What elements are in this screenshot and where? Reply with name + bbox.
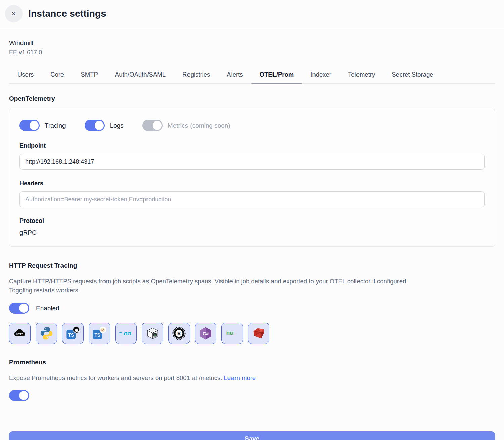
svg-text:GO: GO <box>124 331 131 336</box>
endpoint-field-group: Endpoint <box>19 142 485 170</box>
settings-content: Windmill EE v1.617.0 Users Core SMTP Aut… <box>0 39 504 440</box>
description-line-1: Capture HTTP/HTTPS requests from job scr… <box>9 277 495 286</box>
tracing-toggle[interactable] <box>19 120 40 131</box>
protocol-group: Protocol gRPC <box>19 217 485 236</box>
lang-nushell-button[interactable]: nu > <box>221 323 243 344</box>
tracing-toggle-label: Tracing <box>45 122 66 129</box>
tab-auth-oauth-saml[interactable]: Auth/OAuth/SAML <box>107 71 174 83</box>
svg-text:HTTP: HTTP <box>16 333 23 336</box>
app-name: Windmill <box>9 39 495 47</box>
logs-toggle-group: Logs <box>85 120 124 131</box>
protocol-label: Protocol <box>19 217 485 225</box>
lang-bash-button[interactable]: $ <box>142 323 163 344</box>
lang-ruby-button[interactable] <box>248 323 269 344</box>
lang-rust-button[interactable]: R <box>168 323 190 344</box>
nushell-icon: nu > <box>225 326 239 340</box>
metrics-toggle <box>142 120 163 131</box>
prometheus-toggle[interactable] <box>9 390 29 401</box>
toggle-knob <box>19 304 28 313</box>
headers-label: Headers <box>19 180 485 187</box>
prometheus-description: Expose Prometheus metrics for workers an… <box>9 373 495 382</box>
svg-text:>: > <box>234 330 237 337</box>
metrics-toggle-group: Metrics (coming soon) <box>142 120 230 131</box>
toggle-knob <box>30 121 39 130</box>
http-tracing-enabled-label: Enabled <box>36 305 59 312</box>
settings-tabs: Users Core SMTP Auth/OAuth/SAML Registri… <box>9 71 495 84</box>
lang-python-button[interactable] <box>36 323 57 344</box>
app-version: EE v1.617.0 <box>9 49 495 56</box>
lang-go-button[interactable]: GO <box>115 323 137 344</box>
prometheus-description-text: Expose Prometheus metrics for workers an… <box>9 374 222 381</box>
opentelemetry-heading: OpenTelemetry <box>9 95 495 102</box>
learn-more-link[interactable]: Learn more <box>224 374 256 381</box>
tab-telemetry[interactable]: Telemetry <box>340 71 383 83</box>
protocol-value: gRPC <box>19 229 485 236</box>
csharp-icon: C# <box>199 326 213 340</box>
modal-header: × Instance settings <box>0 0 504 28</box>
app-info: Windmill EE v1.617.0 <box>9 39 495 56</box>
bun-typescript-icon: TS <box>92 326 107 340</box>
tab-smtp[interactable]: SMTP <box>72 71 106 83</box>
http-icon: HTTP <box>13 326 27 340</box>
tab-registries[interactable]: Registries <box>174 71 218 83</box>
lang-csharp-button[interactable]: C# <box>195 323 216 344</box>
go-icon: GO <box>119 326 133 340</box>
language-icon-row: HTTP TS <box>9 323 495 344</box>
toggle-knob <box>19 391 28 400</box>
metrics-toggle-label: Metrics (coming soon) <box>168 122 230 129</box>
lang-http-button[interactable]: HTTP <box>9 323 31 344</box>
tab-alerts[interactable]: Alerts <box>218 71 251 83</box>
svg-text:TS: TS <box>68 332 74 338</box>
headers-field-group: Headers <box>19 180 485 207</box>
svg-text:C#: C# <box>203 331 209 336</box>
svg-text:nu: nu <box>226 329 234 336</box>
logs-toggle[interactable] <box>85 120 105 131</box>
prometheus-heading: Prometheus <box>9 359 495 366</box>
endpoint-label: Endpoint <box>19 142 485 149</box>
endpoint-input[interactable] <box>19 154 485 170</box>
tracing-toggle-group: Tracing <box>19 120 66 131</box>
tab-otel-prom[interactable]: OTEL/Prom <box>251 71 302 83</box>
close-icon: × <box>11 10 16 18</box>
otel-toggle-row: Tracing Logs Metrics (coming soon) <box>19 120 485 131</box>
save-button[interactable]: Save <box>9 431 495 440</box>
tab-secret-storage[interactable]: Secret Storage <box>383 71 442 83</box>
http-request-tracing-heading: HTTP Request Tracing <box>9 262 495 270</box>
svg-text:$: $ <box>154 334 156 336</box>
opentelemetry-card: Tracing Logs Metrics (coming soon) Endpo… <box>9 109 495 247</box>
lang-bun-button[interactable]: TS <box>89 323 110 344</box>
toggle-knob <box>95 121 104 130</box>
close-button[interactable]: × <box>5 5 23 22</box>
deno-typescript-icon: TS <box>66 326 80 340</box>
svg-text:R: R <box>177 331 181 337</box>
page-title: Instance settings <box>28 8 106 19</box>
headers-input[interactable] <box>19 191 485 207</box>
rust-icon: R <box>172 326 186 340</box>
description-line-2: Toggling restarts workers. <box>9 286 495 295</box>
tab-indexer[interactable]: Indexer <box>302 71 340 83</box>
bash-icon: $ <box>145 326 160 340</box>
toggle-knob <box>153 121 162 130</box>
lang-deno-button[interactable]: TS <box>62 323 84 344</box>
ruby-icon <box>252 326 266 340</box>
http-tracing-enabled-row: Enabled <box>9 303 495 314</box>
svg-text:TS: TS <box>94 332 100 338</box>
tab-users[interactable]: Users <box>9 71 42 83</box>
tab-core[interactable]: Core <box>42 71 72 83</box>
logs-toggle-label: Logs <box>110 122 124 129</box>
python-icon <box>39 326 53 340</box>
prometheus-toggle-row <box>9 390 495 402</box>
http-tracing-enabled-toggle[interactable] <box>9 303 29 314</box>
http-request-tracing-description: Capture HTTP/HTTPS requests from job scr… <box>9 277 495 295</box>
